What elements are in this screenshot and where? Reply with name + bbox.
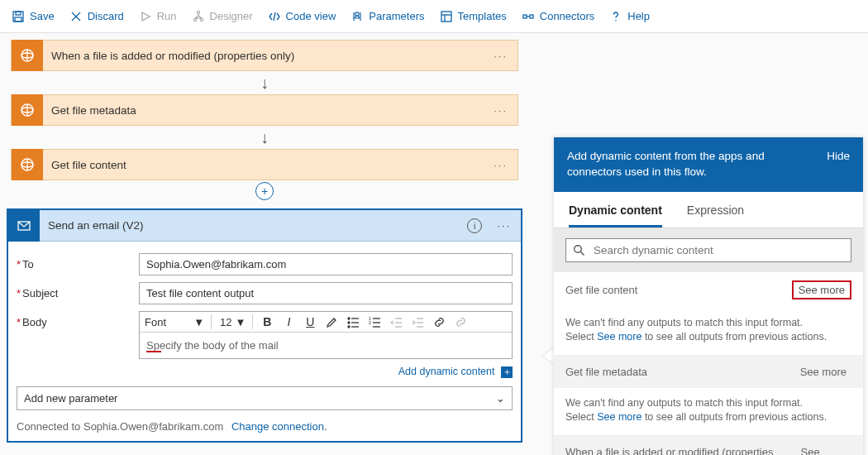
change-connection-link[interactable]: Change connection. [231,420,327,433]
trigger1-menu[interactable]: ··· [484,50,517,62]
send-email-menu[interactable]: ··· [487,219,521,232]
subject-label: *Subject [17,282,139,299]
trigger2-menu[interactable]: ··· [484,104,517,117]
highlight-icon[interactable] [324,314,339,329]
underline-icon[interactable]: U [303,314,317,329]
body-textarea[interactable]: Specify the body of the mail [140,333,512,358]
trigger-card-2[interactable]: Get file metadata ··· [11,94,518,126]
svg-point-12 [200,18,203,21]
see-more-link[interactable]: See more [597,331,641,342]
add-step-button[interactable]: + [255,182,274,200]
group1-label: Get file content [565,284,637,296]
svg-point-49 [575,245,582,252]
add-new-parameter-dropdown[interactable]: Add new parameter ⌄ [17,386,513,410]
italic-icon[interactable]: I [281,314,296,329]
svg-rect-19 [530,15,533,18]
arrow-icon: ↓ [260,73,269,93]
dyn-group-get-file-metadata: Get file metadata See more [554,356,863,388]
save-icon [12,10,25,23]
group3-label: When a file is added or modified (proper… [565,446,796,455]
sharepoint-icon [12,149,43,180]
flow-column: When a file is added or modified (proper… [7,40,522,443]
save-button[interactable]: Save [12,10,55,23]
to-input[interactable]: Sophia.Owen@fabrikam.com [139,253,513,275]
send-email-header[interactable]: Send an email (V2) i ··· [8,210,521,242]
parameters-button[interactable]: Parameters [351,10,424,23]
subject-input[interactable]: Test file content output [139,282,513,304]
dyn-search-input[interactable] [594,244,844,256]
templates-button[interactable]: Templates [440,10,507,23]
see-more-get-file-metadata[interactable]: See more [795,364,851,380]
svg-line-50 [580,251,584,255]
info-icon[interactable]: i [467,218,482,233]
designer-icon [192,10,205,23]
sharepoint-icon [12,94,43,126]
svg-line-13 [274,12,275,21]
separator [211,314,212,329]
code-view-button[interactable]: Code view [268,10,336,23]
add-dynamic-content-link[interactable]: Add dynamic content ＋ [17,366,513,378]
svg-point-14 [355,12,359,15]
svg-rect-2 [15,17,21,22]
svg-point-11 [193,18,196,21]
svg-rect-1 [16,12,21,15]
dyn-msg-1: We can't find any outputs to match this … [554,308,863,356]
help-button[interactable]: Help [609,10,650,23]
bold-icon[interactable]: B [260,314,274,329]
group2-label: Get file metadata [565,366,647,378]
connected-account: Sophia.Owen@fabrikam.com [83,420,223,433]
number-list-icon[interactable]: 12 [367,314,382,329]
connectors-button[interactable]: Connectors [522,10,594,23]
link-icon[interactable] [432,314,446,329]
svg-point-6 [197,11,199,13]
trigger-card-1[interactable]: When a file is added or modified (proper… [11,40,518,71]
outlook-icon [8,210,40,242]
run-label: Run [157,11,177,22]
trigger1-title: When a file is added or modified (proper… [43,50,484,62]
font-size-dropdown[interactable]: 12▼ [220,316,246,328]
indent-icon[interactable] [410,314,425,329]
svg-point-37 [348,326,350,328]
svg-rect-18 [523,15,527,18]
dyn-header-text: Add dynamic content from the apps and co… [567,149,807,180]
trigger3-title: Get file content [43,159,484,171]
code-view-icon [268,10,281,23]
dyn-group-trigger: When a file is added or modified (proper… [554,436,863,455]
trigger-card-3[interactable]: Get file content ··· [11,149,518,180]
designer-canvas: When a file is added or modified (proper… [0,33,868,455]
unlink-icon[interactable] [453,314,468,329]
run-button[interactable]: Run [139,10,177,23]
chevron-down-icon: ▼ [235,316,246,328]
to-row: *To Sophia.Owen@fabrikam.com [17,253,513,275]
dyn-search[interactable] [565,238,851,262]
toolbar: Save Discard Run Designer Code view Para… [0,0,868,33]
svg-marker-5 [142,12,150,21]
tab-expression[interactable]: Expression [687,204,744,228]
see-more-trigger[interactable]: See more [796,444,851,455]
trigger2-title: Get file metadata [43,104,484,117]
hide-button[interactable]: Hide [827,149,850,165]
trigger3-menu[interactable]: ··· [484,159,517,171]
chevron-down-icon: ▼ [193,316,204,328]
body-editor: Font▼ 12▼ B I U [139,311,513,359]
code-view-label: Code view [286,11,336,22]
send-email-title: Send an email (V2) [40,219,467,232]
connection-footer: Connected to Sophia.Owen@fabrikam.com Ch… [17,420,513,433]
tab-dynamic-content[interactable]: Dynamic content [569,204,662,228]
discard-button[interactable]: Discard [69,10,124,23]
see-more-link[interactable]: See more [597,411,641,423]
designer-label: Designer [210,11,253,22]
help-label: Help [627,11,650,22]
discard-label: Discard [88,11,124,22]
see-more-get-file-content[interactable]: See more [792,280,851,299]
to-label: *To [17,253,139,271]
outdent-icon[interactable] [389,314,403,329]
dyn-msg-2: We can't find any outputs to match this … [554,388,863,436]
search-icon [573,244,585,256]
save-label: Save [30,11,55,22]
connectors-label: Connectors [540,11,594,22]
designer-button[interactable]: Designer [192,10,253,23]
dyn-panel-header: Add dynamic content from the apps and co… [554,137,863,192]
bullet-list-icon[interactable] [346,314,360,329]
font-dropdown[interactable]: Font▼ [145,316,204,328]
